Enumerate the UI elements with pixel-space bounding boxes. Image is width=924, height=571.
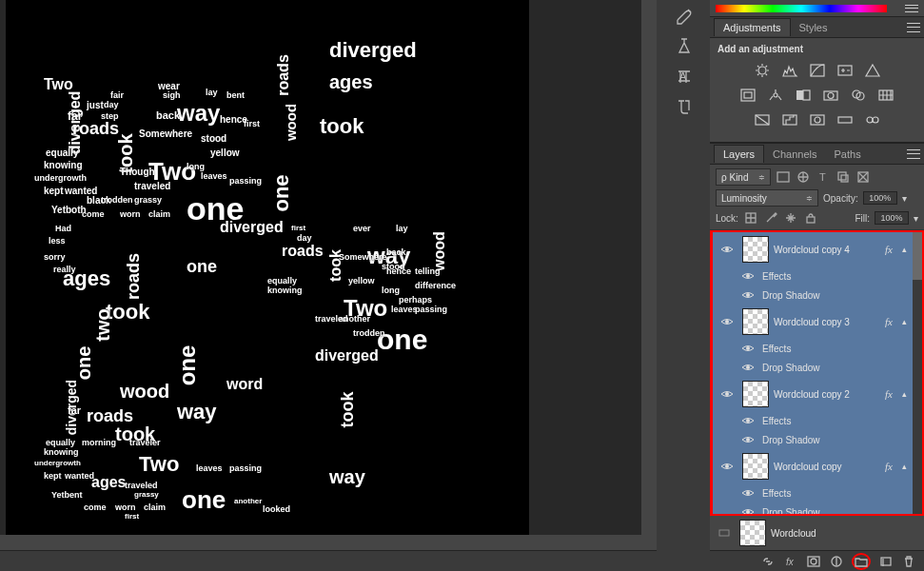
black-white-icon[interactable] — [794, 87, 813, 104]
layer-mask-icon[interactable] — [806, 555, 821, 568]
delete-layer-icon[interactable] — [901, 555, 916, 568]
layer-row[interactable]: Wordcloud copy 2fx▴ — [713, 377, 913, 411]
fill-stepper[interactable]: ▾ — [914, 213, 918, 224]
hue-gradient-bar[interactable] — [716, 5, 887, 12]
lock-all-icon[interactable] — [803, 210, 818, 226]
clone-tool-icon[interactable] — [670, 34, 698, 59]
adjustment-layer-icon[interactable] — [829, 555, 844, 568]
effect-visibility-toggle[interactable] — [739, 290, 757, 300]
layer-effect-row[interactable]: Drop Shadow — [713, 286, 913, 305]
filter-shape-icon[interactable] — [836, 169, 851, 185]
filter-type-icon[interactable]: T — [816, 169, 831, 185]
photo-filter-icon[interactable] — [821, 87, 840, 104]
layer-row[interactable]: Wordcloud copy 3fx▴ — [713, 305, 913, 339]
effect-visibility-toggle[interactable] — [739, 435, 757, 444]
layer-effect-row[interactable]: Effects — [713, 266, 913, 286]
color-lookup-icon[interactable] — [876, 87, 895, 104]
paragraph-panel-icon[interactable]: A — [670, 65, 698, 89]
tab-paths[interactable]: Paths — [826, 146, 870, 163]
effect-visibility-toggle[interactable] — [739, 363, 757, 372]
hue-saturation-icon[interactable] — [738, 87, 757, 104]
layer-visibility-toggle[interactable] — [717, 245, 737, 254]
effect-visibility-toggle[interactable] — [739, 271, 757, 281]
layer-name-label[interactable]: Wordcloud copy 3 — [774, 317, 880, 327]
color-balance-icon[interactable] — [766, 87, 785, 104]
layer-visibility-toggle[interactable] — [717, 317, 737, 326]
tab-adjustments[interactable]: Adjustments — [714, 18, 791, 36]
layer-row-wordcloud[interactable]: Wordcloud — [710, 516, 924, 550]
blend-mode-dropdown[interactable]: Luminosity≑ — [716, 189, 818, 207]
layer-name-label[interactable]: Wordcloud copy 4 — [774, 245, 880, 255]
tab-layers[interactable]: Layers — [714, 145, 764, 163]
tab-channels[interactable]: Channels — [764, 146, 825, 163]
effects-collapse-icon[interactable]: ▴ — [899, 317, 909, 326]
selective-color-icon[interactable] — [863, 111, 882, 128]
channel-mixer-icon[interactable] — [849, 87, 868, 104]
fx-badge[interactable]: fx — [885, 388, 893, 400]
gradient-map-icon[interactable] — [836, 111, 855, 128]
canvas-vertical-scrollbar[interactable] — [641, 0, 657, 535]
layer-effect-row[interactable]: Drop Shadow — [713, 358, 913, 377]
new-group-icon[interactable] — [852, 553, 871, 570]
filter-smart-icon[interactable] — [855, 169, 871, 185]
fx-badge[interactable]: fx — [885, 316, 893, 327]
wordcloud-word: one — [73, 346, 95, 381]
character-panel-icon[interactable] — [670, 95, 698, 120]
layer-style-icon[interactable]: fx — [783, 555, 798, 568]
adjustments-panel-menu[interactable] — [907, 23, 920, 32]
lock-pixels-icon[interactable] — [763, 210, 778, 226]
exposure-icon[interactable] — [836, 62, 855, 79]
layer-visibility-toggle[interactable] — [714, 528, 735, 538]
filter-pixel-icon[interactable] — [776, 169, 791, 185]
swatches-panel-menu[interactable] — [905, 5, 918, 12]
fx-badge[interactable]: fx — [885, 461, 893, 472]
layer-row[interactable]: Wordcloud copy 4fx▴ — [713, 232, 913, 266]
vibrance-icon[interactable] — [863, 62, 882, 79]
layer-row[interactable]: Wordcloud copyfx▴ — [713, 449, 913, 483]
effect-visibility-toggle[interactable] — [739, 507, 757, 514]
layer-thumbnail[interactable] — [742, 308, 769, 335]
effect-visibility-toggle[interactable] — [739, 416, 757, 425]
layer-visibility-toggle[interactable] — [717, 462, 737, 471]
opacity-value[interactable]: 100% — [863, 191, 897, 205]
layer-visibility-toggle[interactable] — [717, 389, 737, 399]
opacity-stepper[interactable]: ▾ — [902, 193, 907, 204]
effects-collapse-icon[interactable]: ▴ — [899, 389, 909, 399]
layer-effect-row[interactable]: Effects — [713, 411, 913, 430]
layer-thumbnail[interactable] — [742, 236, 769, 263]
levels-icon[interactable] — [780, 62, 799, 79]
layer-effect-row[interactable]: Effects — [713, 483, 913, 502]
link-layers-icon[interactable] — [760, 555, 776, 568]
layers-scrollbar[interactable] — [913, 232, 922, 514]
effects-collapse-icon[interactable]: ▴ — [899, 462, 909, 471]
posterize-icon[interactable] — [780, 111, 799, 128]
invert-icon[interactable] — [753, 111, 772, 128]
fx-badge[interactable]: fx — [885, 244, 893, 255]
tab-styles[interactable]: Styles — [791, 19, 836, 36]
threshold-icon[interactable] — [808, 111, 827, 128]
layer-thumbnail[interactable] — [742, 453, 769, 480]
layer-name-label[interactable]: Wordcloud — [771, 528, 920, 539]
layer-effect-row[interactable]: Drop Shadow — [713, 502, 913, 514]
document-canvas[interactable]: divergedroadsagestookwoodwaywaywaywaytoo… — [6, 0, 529, 535]
layer-effect-row[interactable]: Drop Shadow — [713, 430, 913, 449]
lock-transparency-icon[interactable] — [743, 210, 758, 226]
layer-name-label[interactable]: Wordcloud copy — [774, 462, 880, 472]
effects-collapse-icon[interactable]: ▴ — [899, 245, 909, 254]
layer-thumbnail[interactable] — [739, 520, 766, 546]
filter-adjustment-icon[interactable] — [796, 169, 811, 185]
fill-value[interactable]: 100% — [875, 211, 909, 225]
brush-tool-icon[interactable] — [670, 4, 698, 29]
brightness-contrast-icon[interactable] — [753, 62, 772, 79]
effect-visibility-toggle[interactable] — [739, 488, 757, 498]
canvas-horizontal-scrollbar[interactable] — [0, 535, 657, 550]
new-layer-icon[interactable] — [878, 555, 894, 568]
layer-effect-row[interactable]: Effects — [713, 339, 913, 358]
layer-name-label[interactable]: Wordcloud copy 2 — [774, 389, 880, 400]
layer-thumbnail[interactable] — [742, 381, 769, 407]
layers-panel-menu[interactable] — [907, 149, 920, 159]
effect-visibility-toggle[interactable] — [739, 344, 757, 353]
lock-position-icon[interactable] — [783, 210, 798, 226]
curves-icon[interactable] — [808, 62, 827, 79]
layer-filter-dropdown[interactable]: ρ Kind≑ — [716, 168, 771, 186]
